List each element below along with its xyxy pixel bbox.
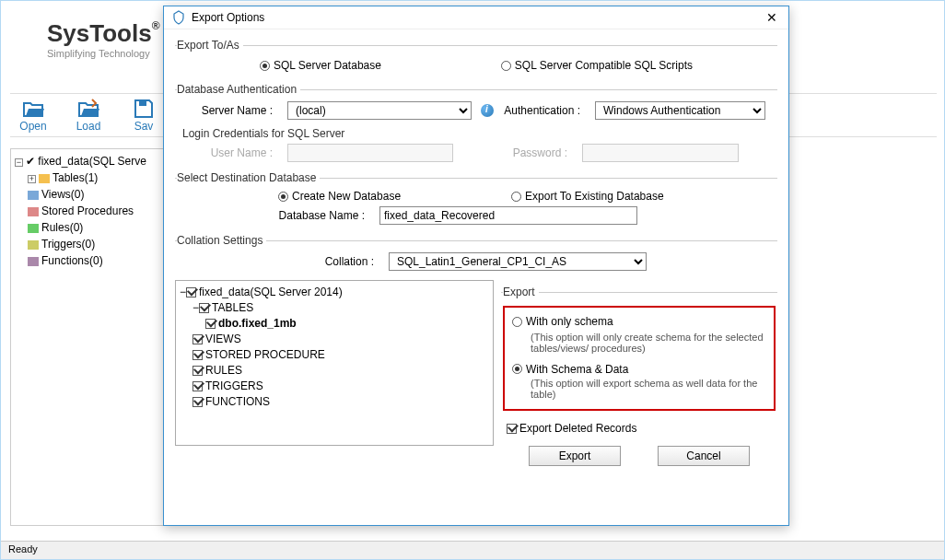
otree-functions[interactable]: FUNCTIONS (192, 394, 489, 410)
collation-group: Collation Settings Collation : SQL_Latin… (175, 234, 777, 274)
checkbox[interactable] (199, 303, 209, 313)
checkbox[interactable] (507, 424, 517, 434)
open-button[interactable]: Open (10, 98, 56, 133)
status-bar: Ready (1, 541, 944, 559)
export-options-dialog: Export Options ✕ Export To/As SQL Server… (163, 6, 789, 526)
collapse-icon[interactable]: − (192, 301, 199, 314)
username-input (287, 144, 453, 162)
dbname-input[interactable] (379, 206, 637, 225)
radio-schema-only[interactable]: With only schema (512, 315, 613, 328)
otree-root[interactable]: −fixed_data(SQL Server 2014) −TABLES dbo… (180, 285, 489, 410)
otree-rules[interactable]: RULES (192, 363, 489, 379)
app-logo: SysTools® Simplifying Technology (47, 19, 160, 59)
auth-select[interactable]: Windows Authentication (595, 101, 765, 120)
checkbox[interactable] (192, 397, 203, 407)
radio-icon (511, 192, 521, 202)
export-highlight-box: With only schema (This option will only … (503, 306, 776, 411)
radio-icon (512, 317, 522, 327)
server-name-label: Server Name : (177, 104, 278, 117)
sproc-icon (28, 207, 39, 216)
checkbox[interactable] (192, 381, 203, 391)
cancel-button[interactable]: Cancel (658, 446, 750, 466)
username-label: User Name : (177, 146, 278, 159)
export-deleted-row[interactable]: Export Deleted Records (501, 422, 777, 435)
radio-icon (260, 61, 270, 71)
radio-schema-data[interactable]: With Schema & Data (512, 363, 628, 376)
radio-sql-server-db[interactable]: SQL Server Database (260, 59, 381, 72)
db-auth-group: Database Authentication Server Name : (l… (175, 83, 777, 166)
dest-db-group: Select Destination Database Create New D… (175, 171, 777, 228)
otree-triggers[interactable]: TRIGGERS (192, 379, 489, 394)
checkbox[interactable] (192, 350, 203, 360)
radio-icon (512, 364, 522, 374)
otree-table-item[interactable]: dbo.fixed_1mb (205, 316, 489, 332)
load-button[interactable]: Load (65, 98, 111, 133)
password-label: Password : (462, 146, 573, 159)
checkbox[interactable] (205, 319, 216, 329)
password-input (582, 144, 739, 162)
radio-create-new-db[interactable]: Create New Database (278, 190, 401, 203)
export-mode-group: Export With only schema (This option wil… (501, 286, 777, 413)
save-button[interactable]: Sav (121, 98, 167, 133)
collation-select[interactable]: SQL_Latin1_General_CP1_CI_AS (389, 252, 647, 271)
svg-rect-0 (139, 100, 146, 106)
view-icon (28, 191, 39, 200)
radio-icon (278, 192, 288, 202)
auth-label: Authentication : (503, 104, 586, 117)
expand-icon[interactable]: + (28, 175, 36, 183)
checkbox[interactable] (186, 287, 196, 298)
function-icon (28, 257, 39, 266)
checkbox[interactable] (192, 366, 203, 376)
table-icon (39, 174, 50, 183)
otree-views[interactable]: VIEWS (192, 332, 489, 347)
dialog-title: Export Options (192, 11, 763, 24)
creds-legend: Login Credentials for SQL Server (182, 127, 776, 140)
schema-only-desc: (This option will only create schema for… (512, 332, 766, 354)
otree-tables[interactable]: −TABLES dbo.fixed_1mb (192, 300, 489, 332)
info-icon[interactable] (481, 104, 494, 117)
schema-data-desc: (This option will export schema as well … (512, 378, 766, 400)
otree-sprocs[interactable]: STORED PROCEDURE (192, 347, 489, 363)
radio-sql-scripts[interactable]: SQL Server Compatible SQL Scripts (501, 59, 693, 72)
object-tree[interactable]: −fixed_data(SQL Server 2014) −TABLES dbo… (175, 280, 494, 446)
close-button[interactable]: ✕ (763, 10, 781, 25)
app-icon (171, 10, 186, 25)
brand-name: SysTools (47, 19, 152, 47)
collapse-icon[interactable]: − (180, 286, 186, 298)
trigger-icon (28, 240, 39, 250)
radio-existing-db[interactable]: Export To Existing Database (511, 190, 664, 203)
collapse-icon[interactable]: − (15, 158, 23, 167)
export-button[interactable]: Export (529, 446, 621, 466)
export-to-as-group: Export To/As SQL Server Database SQL Ser… (175, 39, 777, 77)
server-name-select[interactable]: (local) (287, 101, 472, 120)
dbname-label: Database Name : (269, 209, 370, 222)
brand-tagline: Simplifying Technology (47, 48, 160, 59)
radio-icon (501, 61, 511, 71)
checkbox[interactable] (192, 334, 203, 344)
rule-icon (28, 224, 39, 233)
collation-label: Collation : (297, 255, 379, 268)
